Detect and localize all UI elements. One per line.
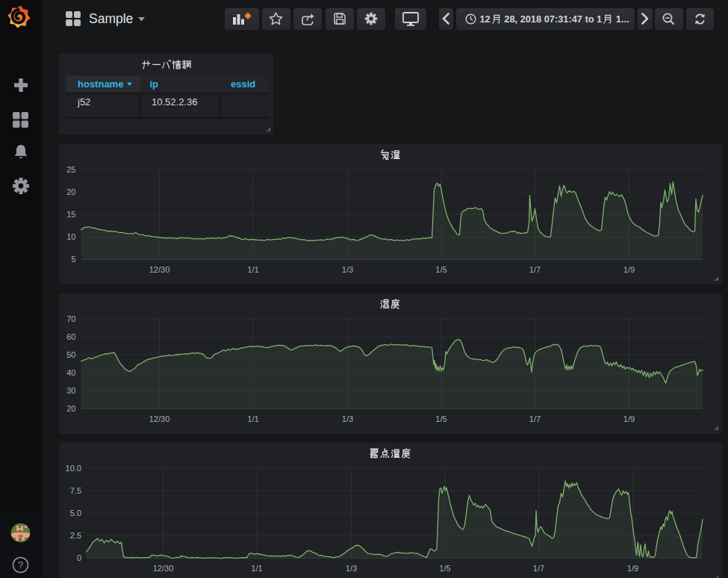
svg-text:1/3: 1/3	[341, 265, 352, 274]
svg-text:essid: essid	[231, 78, 255, 90]
svg-text:1/1: 1/1	[247, 414, 258, 423]
svg-text:1/7: 1/7	[529, 414, 540, 423]
svg-text:7.5: 7.5	[69, 486, 81, 495]
svg-text:hostname: hostname	[78, 78, 123, 90]
svg-text:1/3: 1/3	[341, 414, 352, 423]
svg-text:1/7: 1/7	[532, 564, 544, 573]
svg-text:0: 0	[76, 553, 81, 562]
svg-text:15: 15	[66, 210, 75, 219]
svg-text:1/9: 1/9	[626, 564, 638, 573]
svg-text:25: 25	[66, 165, 75, 174]
svg-text:5: 5	[71, 255, 75, 264]
svg-text:12/30: 12/30	[149, 414, 169, 423]
svg-text:j52: j52	[77, 96, 90, 108]
svg-text:40: 40	[66, 368, 75, 377]
svg-text:10.52.2.36: 10.52.2.36	[152, 96, 197, 108]
svg-text:1/9: 1/9	[623, 265, 634, 274]
svg-text:?: ?	[18, 559, 24, 571]
svg-text:20: 20	[66, 404, 75, 413]
svg-text:1/1: 1/1	[247, 265, 258, 274]
svg-text:1/5: 1/5	[435, 265, 447, 274]
svg-text:1/3: 1/3	[345, 564, 356, 573]
svg-text:2.5: 2.5	[69, 531, 81, 540]
svg-text:1/9: 1/9	[623, 414, 634, 423]
svg-text:1/5: 1/5	[439, 564, 450, 573]
svg-text:60: 60	[66, 332, 75, 341]
svg-text:5.0: 5.0	[69, 509, 81, 518]
svg-text:1/7: 1/7	[529, 265, 540, 274]
svg-text:ip: ip	[149, 78, 158, 90]
svg-text:10.0: 10.0	[65, 464, 81, 473]
svg-text:10: 10	[66, 232, 75, 241]
svg-text:50: 50	[66, 350, 75, 359]
svg-text:12/30: 12/30	[149, 265, 169, 274]
svg-text:30: 30	[66, 386, 75, 395]
svg-text:1/5: 1/5	[435, 414, 447, 423]
svg-text:12/30: 12/30	[152, 564, 173, 573]
svg-text:70: 70	[66, 314, 75, 323]
svg-text:20: 20	[66, 187, 75, 196]
svg-text:1/1: 1/1	[251, 564, 262, 573]
